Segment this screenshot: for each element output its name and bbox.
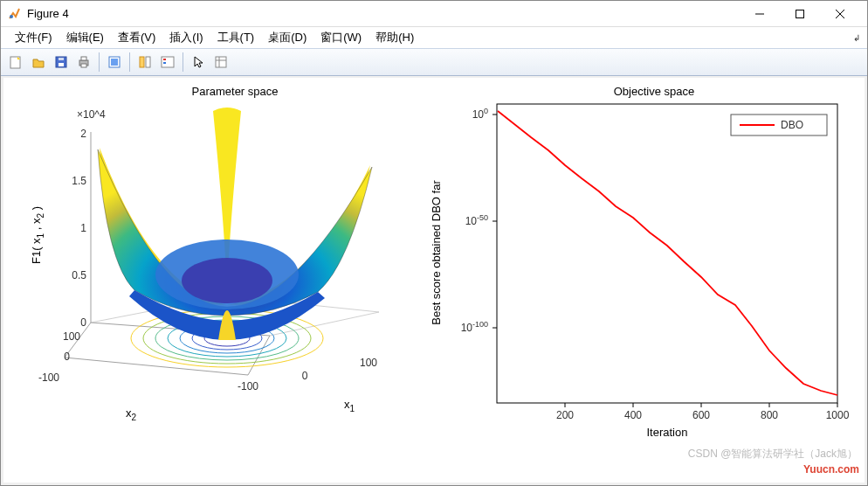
legend[interactable]: DBO — [731, 115, 827, 135]
svg-text:2: 2 — [80, 128, 86, 140]
svg-text:1000: 1000 — [826, 409, 850, 421]
right-ylabel: Best score obtained DBO far — [430, 180, 443, 325]
svg-rect-9 — [59, 63, 64, 66]
axes-canvas[interactable]: Parameter space ×10^4 0 — [3, 78, 865, 483]
link-button[interactable] — [104, 52, 125, 73]
insert-button[interactable] — [210, 52, 231, 73]
svg-text:0: 0 — [64, 351, 70, 363]
window-title: Figure 4 — [27, 7, 69, 20]
toolbar — [1, 48, 867, 76]
maximize-button[interactable] — [780, 1, 820, 27]
figure-area: Parameter space ×10^4 0 — [1, 76, 867, 485]
svg-text:-100: -100 — [38, 371, 59, 384]
svg-text:0.5: 0.5 — [72, 269, 86, 281]
menu-file[interactable]: 文件(F) — [8, 28, 59, 47]
right-title: Objective space — [614, 85, 695, 98]
tile-button[interactable] — [134, 52, 155, 73]
menu-bar: 文件(F) 编辑(E) 查看(V) 插入(I) 工具(T) 桌面(D) 窗口(W… — [1, 27, 867, 48]
svg-rect-16 — [140, 57, 144, 67]
svg-rect-17 — [146, 57, 150, 67]
menu-window[interactable]: 窗口(W) — [313, 28, 369, 47]
svg-rect-10 — [59, 58, 64, 60]
svg-text:x1: x1 — [344, 398, 355, 413]
svg-text:1.5: 1.5 — [72, 175, 86, 187]
svg-rect-20 — [163, 62, 166, 64]
svg-rect-21 — [216, 57, 226, 67]
svg-text:400: 400 — [624, 409, 642, 421]
svg-text:0: 0 — [80, 316, 86, 329]
svg-text:100: 100 — [63, 330, 80, 343]
svg-text:800: 800 — [761, 409, 778, 421]
svg-text:F1( x1 , x2 ): F1( x1 , x2 ) — [30, 206, 45, 264]
svg-text:-100: -100 — [238, 380, 258, 392]
minimize-button[interactable] — [740, 1, 780, 27]
svg-rect-3 — [796, 10, 804, 17]
svg-text:100: 100 — [472, 107, 488, 121]
menu-edit[interactable]: 编辑(E) — [59, 28, 111, 47]
svg-text:100: 100 — [360, 357, 377, 369]
svg-rect-56 — [497, 104, 837, 403]
svg-text:×10^4: ×10^4 — [77, 108, 106, 121]
svg-rect-13 — [81, 64, 86, 67]
svg-rect-15 — [111, 59, 118, 66]
svg-text:10-100: 10-100 — [461, 320, 488, 334]
menu-tools[interactable]: 工具(T) — [210, 28, 262, 47]
svg-text:DBO: DBO — [781, 119, 803, 131]
svg-text:1: 1 — [80, 222, 86, 234]
svg-rect-19 — [163, 59, 166, 60]
svg-text:0: 0 — [302, 370, 308, 382]
menu-view[interactable]: 查看(V) — [111, 28, 162, 47]
svg-text:200: 200 — [556, 409, 574, 421]
new-figure-button[interactable] — [5, 52, 26, 73]
pointer-button[interactable] — [188, 52, 209, 73]
svg-text:10-50: 10-50 — [465, 213, 488, 227]
print-button[interactable] — [73, 52, 94, 73]
svg-text:x2: x2 — [126, 406, 137, 422]
save-button[interactable] — [51, 52, 72, 73]
objective-space-axes: Objective space 100 10-50 10-100 — [430, 85, 850, 439]
matlab-icon — [8, 7, 22, 21]
menu-overflow-icon[interactable]: ↲ — [853, 33, 860, 43]
right-xlabel: Iteration — [647, 426, 688, 439]
svg-rect-12 — [81, 57, 86, 60]
svg-point-1 — [10, 15, 13, 18]
svg-text:600: 600 — [692, 409, 710, 421]
menu-insert[interactable]: 插入(I) — [162, 28, 210, 47]
close-button[interactable] — [820, 1, 860, 27]
left-title: Parameter space — [192, 85, 279, 98]
menu-desktop[interactable]: 桌面(D) — [261, 28, 313, 47]
legend-button[interactable] — [157, 52, 178, 73]
svg-point-55 — [182, 258, 272, 303]
parameter-space-axes: Parameter space ×10^4 0 — [30, 85, 379, 422]
open-button[interactable] — [28, 52, 49, 73]
title-bar: Figure 4 — [1, 1, 867, 27]
menu-help[interactable]: 帮助(H) — [369, 28, 421, 47]
